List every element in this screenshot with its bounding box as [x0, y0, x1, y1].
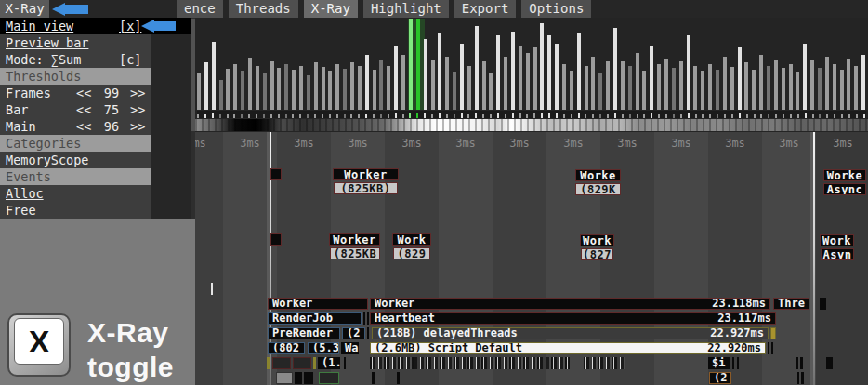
- histogram-bar: [475, 26, 479, 110]
- tick-bar: [402, 114, 404, 118]
- event-label-829k[interactable]: (829K: [575, 183, 621, 195]
- histogram-bar: [226, 69, 230, 110]
- flame-segment-2[interactable]: (2: [342, 327, 365, 339]
- event-label-work[interactable]: Work: [820, 234, 854, 246]
- frame-duration-label: 3ms: [195, 137, 206, 150]
- preview-bar[interactable]: [195, 119, 868, 131]
- flame-segment-duration: 23.118ms: [706, 298, 766, 310]
- flame-segment: [267, 357, 270, 369]
- tick-bar: [373, 114, 375, 118]
- frame-histogram[interactable]: [197, 19, 866, 110]
- flame-segment-worker[interactable]: Worker: [268, 298, 368, 310]
- menu-section-thresholds: Thresholds: [0, 68, 151, 85]
- flame-segment-2[interactable]: (2: [709, 372, 731, 384]
- flame-segment-218b-delayedthreads[interactable]: (218B) delayedThreads22.927ms: [372, 327, 769, 339]
- event-label-829[interactable]: (829: [393, 247, 430, 259]
- event-label-827[interactable]: (827: [581, 248, 613, 260]
- flame-segment-wa[interactable]: Wa: [341, 342, 359, 354]
- tick-bar: [688, 113, 690, 118]
- histogram-tick-strip: [197, 111, 866, 118]
- stepper-decrement[interactable]: <<: [76, 85, 91, 101]
- histogram-bar: [861, 55, 865, 110]
- flame-segment-2-6mb-script-default[interactable]: (2.6MB) Script Default22.920ms: [370, 342, 766, 354]
- histogram-bar: [825, 57, 829, 110]
- tick-bar: [856, 114, 858, 118]
- flame-segment-1[interactable]: (1.: [318, 357, 340, 369]
- event-label-async[interactable]: Async: [823, 183, 866, 195]
- xray-menu-rows: Main view[x]Preview barMode: ∑Sum[c]Thre…: [0, 18, 191, 219]
- flame-segment: [737, 357, 739, 369]
- histogram-bar: [613, 28, 617, 110]
- flame-segment-5-3[interactable]: (5.3: [308, 342, 339, 354]
- flame-segment-i[interactable]: $i: [708, 357, 730, 369]
- stepper-decrement[interactable]: <<: [76, 101, 91, 118]
- stepper-increment[interactable]: >>: [130, 118, 145, 135]
- tick-bar: [358, 114, 360, 118]
- menubar-item-x-ray[interactable]: X-Ray: [304, 0, 358, 18]
- menu-item-bar[interactable]: Bar<<75>>: [0, 101, 191, 118]
- tick-bar: [826, 114, 828, 118]
- menubar-item-options[interactable]: Options: [521, 0, 591, 18]
- event-label-asyn[interactable]: Asyn: [821, 248, 854, 260]
- menu-item-memoryscope[interactable]: MemoryScope: [0, 152, 191, 168]
- tick-bar: [526, 114, 528, 118]
- flame-segment-worker[interactable]: Worker23.118ms: [370, 298, 770, 310]
- frame-header[interactable]: 3ms: [195, 132, 223, 385]
- callout-panel: X X-Ray toggle: [0, 219, 195, 385]
- event-label-work[interactable]: Work: [580, 234, 614, 246]
- event-label-work[interactable]: Work: [392, 233, 431, 246]
- tick-bar: [263, 114, 265, 118]
- x-key-icon[interactable]: X: [7, 313, 71, 377]
- histogram-bar: [744, 62, 748, 110]
- histogram-bar: [409, 19, 413, 110]
- histogram-bar: [219, 80, 223, 110]
- flame-segment-thre[interactable]: Thre: [773, 298, 809, 310]
- flame-segment-802[interactable]: (802: [268, 342, 305, 354]
- frame-duration-label: 3ms: [401, 137, 422, 150]
- menubar-item-ence[interactable]: ence: [177, 0, 223, 18]
- menu-item-free[interactable]: Free: [0, 202, 191, 219]
- flame-segment: [367, 312, 369, 325]
- menu-item-main[interactable]: Main<<96>>: [0, 118, 191, 135]
- event-label-825kb[interactable]: (825KB): [334, 182, 398, 194]
- menu-item-label: Categories: [6, 136, 81, 151]
- flame-segment: [820, 298, 826, 310]
- menu-item-alloc[interactable]: Alloc: [0, 185, 191, 202]
- stepper-decrement[interactable]: <<: [76, 118, 91, 135]
- event-marker[interactable]: [270, 233, 282, 246]
- menubar-item-threads[interactable]: Threads: [229, 0, 298, 18]
- flame-segment-renderjob[interactable]: RenderJob: [268, 312, 362, 325]
- timeline-main-area[interactable]: 3ms3ms3ms3ms3ms3ms3ms3ms3ms3ms3ms3ms3ms …: [195, 0, 868, 385]
- tick-bar: [775, 114, 777, 118]
- stepper-increment[interactable]: >>: [130, 101, 145, 118]
- event-label-worker[interactable]: Worker: [333, 168, 399, 180]
- tick-bar: [241, 114, 243, 118]
- tick-bar: [754, 114, 756, 118]
- histogram-bar: [526, 53, 530, 110]
- event-label-worker[interactable]: Worker: [329, 233, 380, 246]
- menubar-item-export[interactable]: Export: [454, 0, 517, 18]
- histogram-bar: [752, 70, 756, 110]
- tick-bar: [834, 114, 835, 118]
- menu-item-mode-sum[interactable]: Mode: ∑Sum[c]: [0, 51, 191, 68]
- event-label-worke[interactable]: Worke: [823, 169, 866, 181]
- menubar-item-highlight[interactable]: Highlight: [363, 0, 449, 18]
- histogram-bar: [672, 68, 676, 110]
- frame-header[interactable]: 3ms: [762, 132, 816, 385]
- tick-bar: [578, 113, 580, 118]
- histogram-bar: [328, 71, 332, 110]
- menu-item-preview-bar[interactable]: Preview bar: [0, 34, 191, 51]
- flame-segment-heartbeat[interactable]: Heartbeat23.117ms: [370, 312, 776, 325]
- event-label-worke[interactable]: Worke: [575, 169, 621, 181]
- stepper-increment[interactable]: >>: [130, 85, 145, 101]
- histogram-bar: [774, 60, 778, 110]
- menu-title-xray[interactable]: X-Ray: [0, 0, 49, 18]
- tick-bar: [227, 114, 229, 118]
- tick-bar: [336, 114, 338, 118]
- event-marker[interactable]: [270, 168, 282, 180]
- tick-bar: [446, 114, 448, 118]
- flame-segment-prerender[interactable]: PreRender: [268, 327, 340, 339]
- event-label-825kb[interactable]: (825KB: [330, 247, 380, 259]
- menu-item-frames[interactable]: Frames<<99>>: [0, 85, 191, 101]
- tick-bar: [475, 113, 477, 118]
